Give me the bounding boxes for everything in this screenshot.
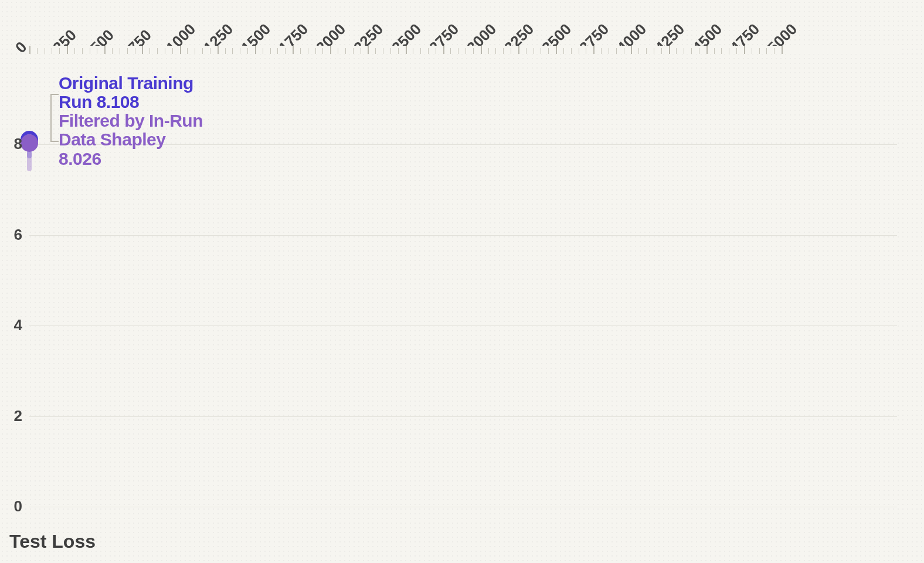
loss-chart: 0250500750100012501500175020002250250027… <box>0 0 924 563</box>
x-axis-ruler <box>29 46 902 54</box>
y-tick-label: 2 <box>9 407 22 425</box>
y-tick-label: 8 <box>9 135 22 153</box>
chart-title: Test Loss <box>9 531 96 552</box>
y-tick-label: 4 <box>9 316 22 334</box>
series1-line2: Run 8.108 <box>59 92 139 111</box>
y-tick-label: 0 <box>9 497 22 515</box>
series-label-original: Original Training Run 8.108 <box>59 74 193 112</box>
series1-line1: Original Training <box>59 73 193 93</box>
series2-line3: 8.026 <box>59 149 101 168</box>
y-tick-label: 6 <box>9 226 22 244</box>
series2-line1: Filtered by In-Run <box>59 111 203 130</box>
series-label-filtered: Filtered by In-Run Data Shapley 8.026 <box>59 111 203 168</box>
marker-filtered <box>21 134 38 152</box>
x-tick-label: 0 <box>12 38 30 57</box>
callout-bracket <box>50 94 59 142</box>
series2-line2: Data Shapley <box>59 130 165 149</box>
